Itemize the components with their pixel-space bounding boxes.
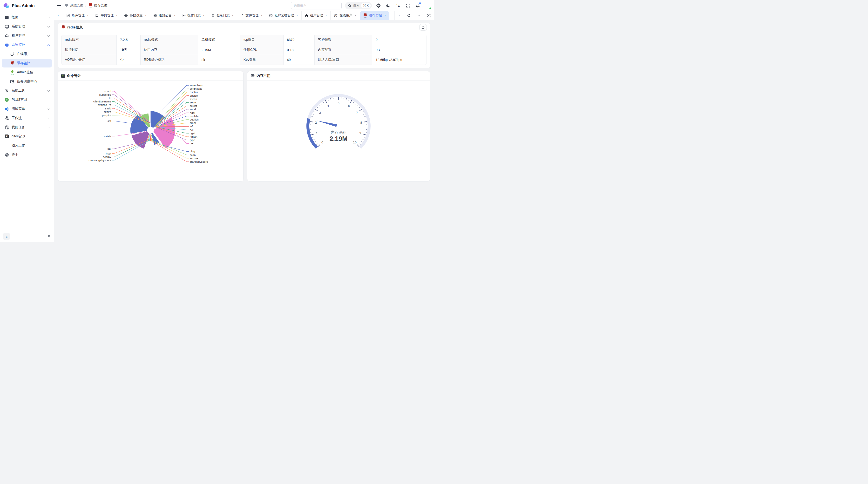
sidebar-item-gitee记录[interactable]: ¥gitee记录 xyxy=(2,132,52,141)
sidebar-item-关于[interactable]: 关于 xyxy=(2,151,52,159)
search-button[interactable]: 搜索 ⌘ K xyxy=(345,2,372,9)
sidebar-item-测试菜单[interactable]: 测试菜单 xyxy=(2,105,52,113)
gear-icon[interactable] xyxy=(376,3,381,8)
tab-参数设置[interactable]: 参数设置× xyxy=(121,11,150,20)
tab-文件管理[interactable]: 文件管理× xyxy=(237,11,266,20)
tab-在线用户[interactable]: T在线用户× xyxy=(331,11,360,20)
sidebar-item-我的任务[interactable]: 我的任务 xyxy=(2,123,52,132)
sidebar-item-图片上传[interactable]: 图片上传 xyxy=(2,141,52,150)
doc-edit-icon xyxy=(182,14,186,18)
tabs: 角色管理×字典管理×参数设置×通知公告×操作日志×登录日志×文件管理×租户套餐管… xyxy=(63,11,395,20)
tab-close-icon[interactable]: × xyxy=(87,14,89,17)
rose-label-hset: hset xyxy=(106,152,112,155)
sidebar-item-label: Admin监控 xyxy=(17,70,50,74)
tab-缓存监控[interactable]: redis缓存监控× xyxy=(360,11,390,20)
tab-字典管理[interactable]: 字典管理× xyxy=(92,11,121,20)
tab-租户管理[interactable]: 租户管理× xyxy=(302,11,331,20)
command-stats-card: 命令统计 smembersscript|loadhsetnxdbsizessca… xyxy=(58,71,244,182)
notification-dot xyxy=(419,2,421,4)
gauge-tick-label: 9 xyxy=(360,131,362,135)
tab-角色管理[interactable]: 角色管理× xyxy=(63,11,92,20)
content-fullscreen-icon[interactable] xyxy=(424,11,434,20)
sidebar-item-系统监控[interactable]: 系统监控 xyxy=(2,40,52,49)
sidebar-item-概览[interactable]: 概览 xyxy=(2,13,52,22)
sidebar-item-工作流[interactable]: 工作流 xyxy=(2,114,52,123)
tab-close-icon[interactable]: × xyxy=(232,14,234,17)
top-header: 系统监控 › redis 缓存监控 搜索 ⌘ K xyxy=(54,0,434,11)
rose-label-subscribe: subscribe xyxy=(99,93,111,96)
command-stats-chart: smembersscript|loadhsetnxdbsizesscansetn… xyxy=(58,80,243,181)
monitor-active-icon xyxy=(4,42,9,47)
breadcrumb-label: 缓存监控 xyxy=(94,3,107,8)
breadcrumb-item-cache-monitor[interactable]: redis 缓存监控 xyxy=(89,3,107,8)
tab-通知公告[interactable]: 通知公告× xyxy=(150,11,179,20)
tab-租户套餐管理[interactable]: 租户套餐管理× xyxy=(266,11,301,20)
tab-close-icon[interactable]: × xyxy=(261,14,262,17)
sidebar-item-在线用户[interactable]: T在线用户 xyxy=(2,50,52,58)
sidebar-collapse-button[interactable]: « xyxy=(3,233,10,240)
table-row: 运行时间19天使用内存2.19M使用CPU0.18内存配置0B xyxy=(61,45,427,55)
tab-label: 参数设置 xyxy=(129,13,143,18)
sidebar-item-Admin监控[interactable]: springAdmin监控 xyxy=(2,68,52,77)
tab-refresh-icon[interactable] xyxy=(404,11,414,20)
gauge-tick-label: 3 xyxy=(319,111,321,115)
user-circle-icon: T xyxy=(334,13,338,18)
tab-close-icon[interactable]: × xyxy=(174,14,176,17)
page-content: redis信息 redis版本7.2.5redis模式 xyxy=(54,20,434,242)
tabs-scroll-right[interactable]: › xyxy=(395,11,404,20)
sidebar-item-系统工具[interactable]: 系统工具 xyxy=(2,86,52,95)
rose-label-sscan: sscan xyxy=(190,98,197,100)
svg-text:redis: redis xyxy=(89,6,92,7)
tab-close-icon[interactable]: × xyxy=(384,14,386,17)
chevron-down-icon xyxy=(48,117,50,119)
fullscreen-icon[interactable] xyxy=(405,3,411,8)
bell-icon[interactable] xyxy=(415,3,421,8)
tabs-scroll-left[interactable]: ‹ xyxy=(54,11,63,20)
tab-操作日志[interactable]: 操作日志× xyxy=(179,11,208,20)
rose-label-del: del xyxy=(190,128,193,131)
memory-chip-icon xyxy=(250,73,255,78)
pin-icon[interactable] xyxy=(47,235,51,238)
tab-close-icon[interactable]: × xyxy=(355,14,356,17)
info-value: ok xyxy=(198,55,240,65)
breadcrumb-item-system-monitor[interactable]: 系统监控 xyxy=(65,3,84,8)
redis-icon: redis xyxy=(363,13,367,18)
tenant-select-input[interactable] xyxy=(291,2,342,9)
search-label: 搜索 xyxy=(353,3,360,8)
tab-menu-chevron-icon[interactable] xyxy=(414,11,424,20)
spring-icon: spring xyxy=(10,70,14,75)
info-value: 2.19M xyxy=(198,45,240,55)
redis-info-title: redis信息 xyxy=(67,25,83,30)
memory-gauge-chart: 012345678910内存消耗2.19M xyxy=(247,80,430,181)
sidebar-item-缓存监控[interactable]: redis缓存监控 xyxy=(2,59,52,67)
app-root: Plus Admin 概览系统管理租户管理系统监控T在线用户redis缓存监控s… xyxy=(0,0,434,242)
rose-label-type: type xyxy=(190,138,195,141)
sidebar-item-系统管理[interactable]: 系统管理 xyxy=(2,22,52,31)
tab-close-icon[interactable]: × xyxy=(203,14,205,17)
sidebar-menu: 概览系统管理租户管理系统监控T在线用户redis缓存监控springAdmin监… xyxy=(0,11,54,161)
tab-登录日志[interactable]: 登录日志× xyxy=(208,11,237,20)
tab-label: 缓存监控 xyxy=(369,13,382,18)
sidebar: Plus Admin 概览系统管理租户管理系统监控T在线用户redis缓存监控s… xyxy=(0,0,54,242)
info-value: 单机模式 xyxy=(198,35,240,45)
info-label: redis版本 xyxy=(61,35,117,45)
sidebar-item-PLUS官网[interactable]: +PLUS官网 xyxy=(2,95,52,104)
translate-icon[interactable]: x A xyxy=(396,3,401,8)
tab-close-icon[interactable]: × xyxy=(325,14,327,17)
chevron-down-icon xyxy=(48,34,50,37)
sidebar-item-租户管理[interactable]: 租户管理 xyxy=(2,31,52,40)
info-label: AOF是否开启 xyxy=(61,55,117,65)
avatar[interactable] xyxy=(424,2,431,9)
tab-close-icon[interactable]: × xyxy=(116,14,118,17)
tab-close-icon[interactable]: × xyxy=(296,14,298,17)
rose-label-scan: scan xyxy=(190,154,195,156)
dark-mode-moon-icon[interactable] xyxy=(385,3,391,8)
rose-label-evalsha: evalsha xyxy=(190,115,199,118)
rose-label-client|setname: client|setname xyxy=(93,100,111,103)
gear-icon xyxy=(124,14,128,18)
refresh-button[interactable] xyxy=(419,24,427,31)
sidebar-item-任务调度中心[interactable]: 任务调度中心 xyxy=(2,77,52,86)
hamburger-icon[interactable] xyxy=(57,4,61,7)
tab-close-icon[interactable]: × xyxy=(145,14,147,17)
rose-label-ttl: ttl xyxy=(109,97,111,100)
